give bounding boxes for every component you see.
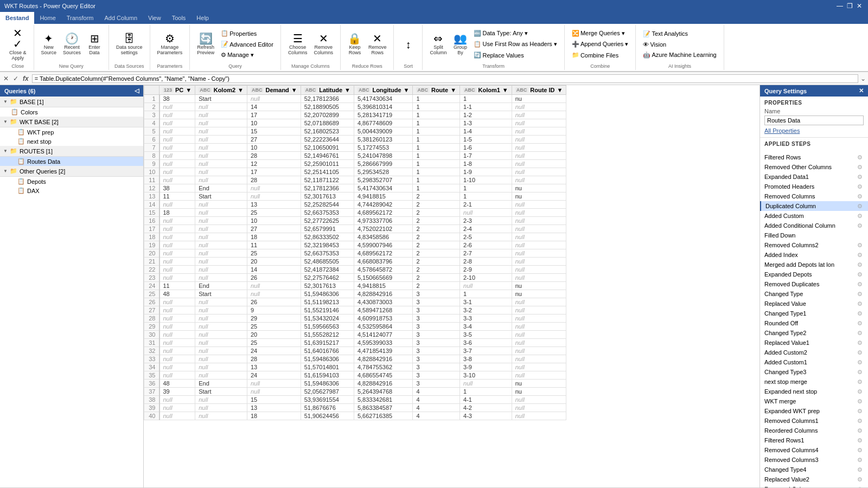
step-item[interactable]: Added Conditional Column⚙ (760, 221, 868, 230)
step-settings-icon[interactable]: ⚙ (856, 466, 864, 473)
step-item[interactable]: Rounded Off⚙ (760, 318, 868, 328)
step-settings-icon[interactable]: ⚙ (856, 320, 864, 327)
step-settings-icon[interactable]: ⚙ (856, 378, 864, 386)
tab-bestand[interactable]: Bestand (0, 12, 34, 24)
query-settings-close-icon[interactable]: ✕ (859, 87, 864, 94)
step-settings-icon[interactable]: ⚙ (856, 427, 864, 434)
col-header-longitude[interactable]: ABCLongitude▼ (354, 86, 413, 95)
tab-tools[interactable]: Tools (167, 12, 192, 24)
step-item[interactable]: Expanded next stop⚙ (760, 387, 868, 396)
tab-help[interactable]: Help (191, 12, 214, 24)
step-settings-icon[interactable]: ⚙ (856, 369, 864, 376)
sidebar-item-next-stop[interactable]: 📋 next stop (0, 137, 143, 146)
step-item[interactable]: Changed Type2⚙ (760, 328, 868, 338)
step-item[interactable]: Replaced Value2⚙ (760, 474, 868, 484)
step-item[interactable]: Removed Columns4⚙ (760, 445, 868, 455)
step-settings-icon[interactable]: ⚙ (856, 222, 864, 229)
close-apply-button[interactable]: ✕✓ Close &Apply (7, 26, 29, 62)
close-button[interactable]: ✕ (855, 2, 864, 10)
step-item[interactable]: Removed Columns2⚙ (760, 240, 868, 250)
col-header-kolom2[interactable]: ABCKolom2▼ (195, 86, 247, 95)
col-header-route[interactable]: ABCRoute▼ (413, 86, 460, 95)
step-settings-icon[interactable]: ⚙ (856, 349, 864, 356)
tab-transform[interactable]: Transform (61, 12, 99, 24)
merge-queries-button[interactable]: 🔀 Merge Queries ▾ (569, 28, 631, 38)
sidebar-group-routes[interactable]: ▼ 📁 ROUTES [1] (0, 146, 143, 157)
sidebar-item-depots[interactable]: 📋 Depots (0, 177, 143, 186)
step-settings-icon[interactable]: ⚙ (856, 203, 864, 210)
step-settings-icon[interactable]: ⚙ (856, 330, 864, 337)
new-source-button[interactable]: ✦ NewSource (39, 31, 60, 57)
col-header-latitude[interactable]: ABCLatitude▼ (301, 86, 354, 95)
formula-confirm-icon[interactable]: ✓ (12, 74, 20, 84)
step-item[interactable]: Promoted Headers⚙ (760, 182, 868, 191)
sidebar-item-colors[interactable]: 📋 Colors (0, 107, 143, 117)
step-settings-icon[interactable]: ⚙ (856, 164, 864, 171)
refresh-preview-button[interactable]: 🔄 RefreshPreview (194, 31, 217, 57)
advanced-editor-button[interactable]: 📝 Advanced Editor (218, 39, 276, 49)
step-item[interactable]: Expanded Data1⚙ (760, 172, 868, 182)
sidebar-group-other-queries[interactable]: ▼ 📁 Other Queries [2] (0, 166, 143, 177)
step-item[interactable]: Removed Columns⚙ (760, 191, 868, 201)
step-settings-icon[interactable]: ⚙ (856, 418, 864, 425)
remove-rows-button[interactable]: ✕ RemoveRows (366, 31, 390, 57)
step-settings-icon[interactable]: ⚙ (856, 398, 864, 405)
step-item[interactable]: Replaced Value1⚙ (760, 338, 868, 348)
minimize-button[interactable]: — (835, 2, 844, 10)
combine-files-button[interactable]: 📁 Combine Files (569, 50, 631, 60)
step-item[interactable]: Filled Down (760, 230, 868, 240)
step-item[interactable]: next stop merge⚙ (760, 377, 868, 387)
tab-home[interactable]: Home (34, 12, 61, 24)
step-settings-icon[interactable]: ⚙ (856, 252, 864, 259)
step-settings-icon[interactable]: ⚙ (856, 486, 864, 488)
step-settings-icon[interactable]: ⚙ (856, 193, 864, 200)
step-settings-icon[interactable]: ⚙ (856, 437, 864, 444)
step-settings-icon[interactable]: ⚙ (856, 457, 864, 464)
enter-data-button[interactable]: ⊞ EnterData (85, 31, 104, 57)
col-header-kolom1[interactable]: ABCKolom1▼ (460, 86, 512, 95)
step-settings-icon[interactable]: ⚙ (856, 359, 864, 366)
step-settings-icon[interactable]: ⚙ (856, 154, 864, 161)
properties-button[interactable]: 📋 Properties (218, 28, 276, 38)
step-item[interactable]: Changed Type4⚙ (760, 465, 868, 474)
formula-input[interactable] (32, 74, 858, 83)
step-settings-icon[interactable]: ⚙ (856, 281, 864, 288)
remove-columns-button[interactable]: ✕ RemoveColumns (311, 31, 336, 57)
step-settings-icon[interactable]: ⚙ (856, 291, 864, 298)
choose-columns-button[interactable]: ☰ ChooseColumns (285, 31, 310, 57)
step-settings-icon[interactable]: ⚙ (856, 213, 864, 220)
restore-button[interactable]: ❐ (845, 2, 854, 10)
step-settings-icon[interactable]: ⚙ (856, 271, 864, 278)
step-settings-icon[interactable]: ⚙ (856, 388, 864, 395)
sort-button[interactable]: ↕ (398, 37, 418, 52)
tab-view[interactable]: View (143, 12, 167, 24)
step-item[interactable]: Added Index⚙ (760, 250, 868, 260)
manage-parameters-button[interactable]: ⚙ ManageParameters (155, 31, 186, 57)
step-item[interactable]: Expanded WKT prep⚙ (760, 406, 868, 416)
tab-add-column[interactable]: Add Column (99, 12, 143, 24)
append-queries-button[interactable]: ➕ Append Queries ▾ (569, 39, 631, 49)
data-source-settings-button[interactable]: 🗄 Data sourcesettings (113, 31, 145, 57)
step-settings-icon[interactable]: ⚙ (856, 447, 864, 454)
step-item[interactable]: Replaced Value⚙ (760, 299, 868, 309)
sidebar-group-base[interactable]: ▼ 📁 BASE [1] (0, 97, 143, 107)
step-item[interactable]: Reordered Columns⚙ (760, 426, 868, 435)
col-header-pc[interactable]: 123PC▼ (159, 86, 195, 95)
first-row-button[interactable]: 📋 Use First Row as Headers ▾ (471, 39, 559, 49)
all-properties-link[interactable]: All Properties (764, 127, 800, 134)
step-item[interactable]: Added Custom1⚙ (760, 357, 868, 367)
step-settings-icon[interactable]: ⚙ (856, 261, 864, 268)
group-by-button[interactable]: 👥 GroupBy (450, 31, 470, 57)
step-settings-icon[interactable]: ⚙ (856, 310, 864, 317)
step-item[interactable]: Added Custom⚙ (760, 211, 868, 221)
grid-wrapper[interactable]: 123PC▼ ABCKolom2▼ ABCDemand▼ ABCLatitude… (144, 85, 760, 487)
replace-values-button[interactable]: 🔄 Replace Values (471, 50, 559, 60)
col-header-route-id[interactable]: ABCRoute ID▼ (512, 86, 566, 95)
sidebar-item-dax[interactable]: 📋 DAX (0, 186, 143, 195)
step-settings-icon[interactable]: ⚙ (856, 339, 864, 346)
col-header-demand[interactable]: ABCDemand▼ (247, 86, 301, 95)
sidebar-collapse-icon[interactable]: ◁ (135, 87, 139, 94)
sidebar-item-routes-data[interactable]: 📋 Routes Data (0, 157, 143, 166)
step-item[interactable]: WKT merge⚙ (760, 396, 868, 406)
sidebar-item-wkt-prep[interactable]: 📋 WKT prep (0, 127, 143, 137)
